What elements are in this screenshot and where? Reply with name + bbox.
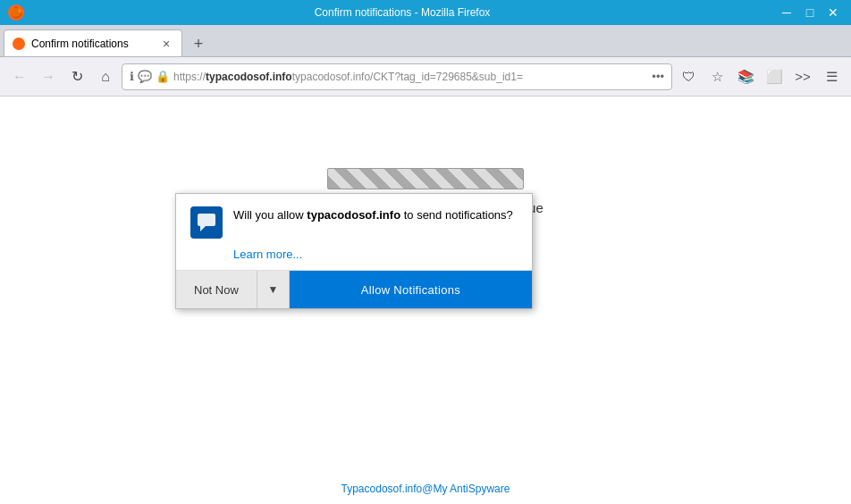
new-tab-button[interactable]: + [186,31,211,56]
popup-domain: typacodosof.info [307,208,400,222]
synced-tabs-button[interactable]: ⬜ [762,64,787,89]
address-bar[interactable]: ℹ 💬 🔒 https://typacodosof.infotypacodoso… [122,63,672,90]
progress-bar [327,168,524,189]
window-title: Confirm notifications - Mozilla Firefox [29,6,776,19]
popup-question-suffix: to send notifications? [400,208,513,222]
minimize-button[interactable]: ─ [776,2,797,23]
learn-more-link[interactable]: Learn more... [233,248,302,261]
library-button[interactable]: 📚 [733,64,758,89]
svg-rect-3 [198,214,215,226]
url-domain: typacodosof.info [206,71,292,83]
popup-text: Will you allow typacodosof.info to send … [233,206,513,224]
nav-right-icons: 🛡 ☆ 📚 ⬜ >> ☰ [676,64,844,89]
not-now-button[interactable]: Not Now [176,271,257,308]
titlebar-controls: ─ □ ✕ [776,2,844,23]
tabbar: Confirm notifications × + [0,25,851,57]
tab-title: Confirm notifications [31,38,155,50]
notification-chat-icon [190,206,223,239]
popup-learn-more: Learn more... [176,248,532,270]
more-icon[interactable]: ••• [652,70,664,83]
titlebar: Confirm notifications - Mozilla Firefox … [0,0,851,25]
bookmark-button[interactable]: ☆ [704,64,729,89]
maximize-button[interactable]: □ [799,2,821,23]
allow-notifications-button[interactable]: Allow Notifications [290,271,532,308]
url-prefix: https:// [173,71,206,83]
refresh-button[interactable]: ↻ [64,64,89,89]
close-window-button[interactable]: ✕ [822,2,844,23]
page-footer: Typacodosof.info@My AntiSpyware [0,482,851,495]
menu-button[interactable]: ☰ [819,64,844,89]
notification-popup: Will you allow typacodosof.info to send … [175,193,533,309]
navbar: ← → ↻ ⌂ ℹ 💬 🔒 https://typacodosof.infoty… [0,57,851,97]
svg-marker-4 [200,226,206,231]
url-path: typacodosof.info/CKT?tag_id=729685&sub_i… [292,71,523,83]
forward-button[interactable]: → [36,64,61,89]
active-tab[interactable]: Confirm notifications × [4,29,182,56]
titlebar-left [7,4,29,21]
popup-buttons: Not Now ▼ Allow Notifications [176,270,532,308]
popup-question-prefix: Will you allow [233,208,307,222]
tab-close-button[interactable]: × [158,36,174,52]
firefox-logo-icon [7,4,25,21]
page-content: Will you allow typacodosof.info to send … [0,97,851,504]
extensions-button[interactable]: >> [790,64,815,89]
chat-indicator-icon: 💬 [138,70,152,83]
tab-favicon-icon [12,37,26,51]
shield-button[interactable]: 🛡 [676,64,701,89]
home-button[interactable]: ⌂ [93,64,118,89]
back-button[interactable]: ← [7,64,32,89]
footer-link[interactable]: Typacodosof.info@My AntiSpyware [341,483,510,495]
not-now-dropdown-button[interactable]: ▼ [257,271,290,308]
popup-body: Will you allow typacodosof.info to send … [176,194,532,248]
url-display[interactable]: https://typacodosof.infotypacodosof.info… [173,71,648,83]
info-icon: ℹ [130,70,134,83]
lock-icon: 🔒 [156,70,170,83]
svg-point-2 [13,38,25,50]
